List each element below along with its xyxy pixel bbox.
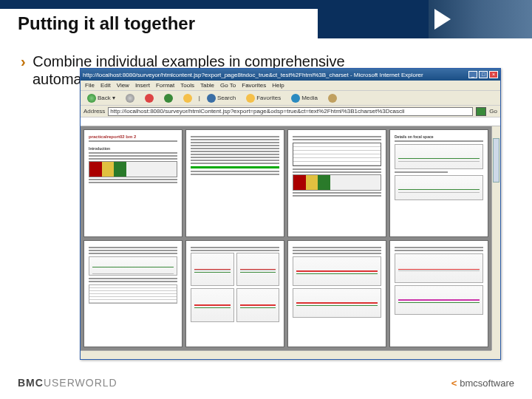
- go-label: Go: [489, 108, 497, 115]
- menu-table[interactable]: Table: [200, 82, 214, 89]
- page-1: practicalreport02 bm 2 Introduction: [83, 129, 183, 237]
- address-input[interactable]: http://localhost:8080/surveyor/htmlConte…: [108, 107, 473, 116]
- page-6-chart-grid: [191, 253, 279, 323]
- home-button[interactable]: [180, 92, 196, 104]
- search-button[interactable]: Search: [203, 92, 239, 104]
- back-button[interactable]: Back ▾: [83, 92, 119, 104]
- page-5-chart: [89, 256, 177, 276]
- history-icon: [328, 94, 337, 103]
- menu-tools[interactable]: Tools: [180, 82, 194, 89]
- menu-help[interactable]: Help: [272, 82, 284, 89]
- favorites-icon: [246, 94, 255, 103]
- favorites-label: Favorites: [256, 95, 281, 101]
- menu-view[interactable]: View: [117, 82, 129, 89]
- page-6-chart-a: [191, 253, 234, 287]
- forward-icon: [126, 94, 134, 103]
- bullet-text-1: Combine individual examples in comprehen…: [33, 53, 344, 69]
- page-4-chart-1: [395, 144, 483, 169]
- page-6-chart-b: [236, 253, 280, 287]
- ie-toolbar: Back ▾ | Search Favorites Media: [81, 91, 500, 106]
- refresh-icon: [164, 94, 173, 103]
- ie-ruler: [81, 117, 500, 126]
- window-controls: _ □ ×: [468, 71, 498, 78]
- favorites-button[interactable]: Favorites: [242, 92, 284, 104]
- menu-favorites[interactable]: Favorites: [242, 82, 266, 89]
- page-6: [185, 240, 284, 348]
- back-label: Back: [98, 95, 111, 101]
- forward-button[interactable]: [122, 92, 138, 104]
- header-stripe: [0, 0, 318, 9]
- page-6-chart-c: [191, 288, 234, 322]
- ie-titlebar[interactable]: http://localhost:8080/surveyor/htmlconte…: [81, 69, 500, 81]
- page-3-colortable: [293, 174, 381, 191]
- page-8-chart-2: [395, 285, 483, 315]
- footer-left-bold: BMC: [18, 377, 44, 389]
- menu-file[interactable]: File: [85, 82, 95, 89]
- toolbar-divider: |: [199, 95, 200, 101]
- ie-menubar: File Edit View Insert Format Tools Table…: [81, 81, 500, 91]
- page-2: [185, 129, 284, 237]
- page-4-chart-2: [395, 175, 483, 200]
- back-icon: [87, 94, 96, 103]
- menu-goto[interactable]: Go To: [220, 82, 236, 89]
- refresh-button[interactable]: [160, 92, 177, 104]
- page-5-table: [89, 284, 177, 304]
- vertical-scrollbar[interactable]: [491, 126, 500, 350]
- menu-insert[interactable]: Insert: [135, 82, 150, 89]
- footer-left: BMCUSERWORLD: [18, 377, 117, 389]
- page-3-table: [293, 143, 381, 166]
- footer-left-rest: USERWORLD: [44, 377, 117, 389]
- stop-button[interactable]: [141, 92, 157, 104]
- horizontal-scrollbar[interactable]: [81, 350, 491, 359]
- slide-title: Putting it all together: [18, 13, 195, 34]
- page-4: Details on focal space: [389, 129, 488, 237]
- media-label: Media: [301, 95, 318, 101]
- page-8-chart-1: [395, 253, 483, 283]
- search-label: Search: [217, 95, 236, 101]
- page-7-chart-1: [293, 256, 381, 286]
- page-7-chart-2: [293, 288, 381, 318]
- bullet-chevron-icon: ›: [21, 53, 26, 69]
- page-6-chart-d: [236, 288, 280, 322]
- page-1-title: practicalreport02 bm 2: [89, 134, 177, 139]
- address-label: Address: [83, 108, 105, 115]
- page-1-section: Introduction: [89, 146, 177, 151]
- page-4-title: Details on focal space: [395, 134, 483, 139]
- bullet-line-2: automa: [33, 71, 82, 88]
- go-button[interactable]: [476, 107, 486, 116]
- media-button[interactable]: Media: [287, 92, 321, 104]
- footer-right-text: bmcsoftware: [460, 378, 514, 389]
- ie-addressbar: Address http://localhost:8080/surveyor/h…: [81, 106, 500, 117]
- document-pages: practicalreport02 bm 2 Introduction: [81, 126, 500, 350]
- page-1-table: [89, 161, 177, 177]
- ie-title: http://localhost:8080/surveyor/htmlconte…: [83, 72, 423, 78]
- slide: Putting it all together › Combine indivi…: [0, 0, 532, 399]
- menu-format[interactable]: Format: [156, 82, 174, 89]
- menu-edit[interactable]: Edit: [100, 82, 111, 89]
- footer-right: < bmcsoftware: [451, 378, 514, 389]
- history-button[interactable]: [324, 92, 341, 104]
- home-icon: [183, 94, 192, 103]
- search-icon: [207, 94, 216, 103]
- close-button[interactable]: ×: [489, 71, 498, 78]
- slide-footer: BMCUSERWORLD < bmcsoftware: [0, 366, 532, 399]
- media-icon: [291, 94, 300, 103]
- ie-window: http://localhost:8080/surveyor/htmlconte…: [80, 68, 501, 360]
- bmc-chevron-icon: <: [451, 378, 457, 389]
- page-8: [389, 240, 488, 348]
- stop-icon: [145, 94, 154, 103]
- page-5: [83, 240, 183, 348]
- maximize-button[interactable]: □: [479, 71, 488, 78]
- page-3: [287, 129, 386, 237]
- page-7: [287, 240, 386, 348]
- arrow-icon: [434, 9, 451, 30]
- scrollbar-thumb[interactable]: [493, 138, 499, 183]
- minimize-button[interactable]: _: [468, 71, 477, 78]
